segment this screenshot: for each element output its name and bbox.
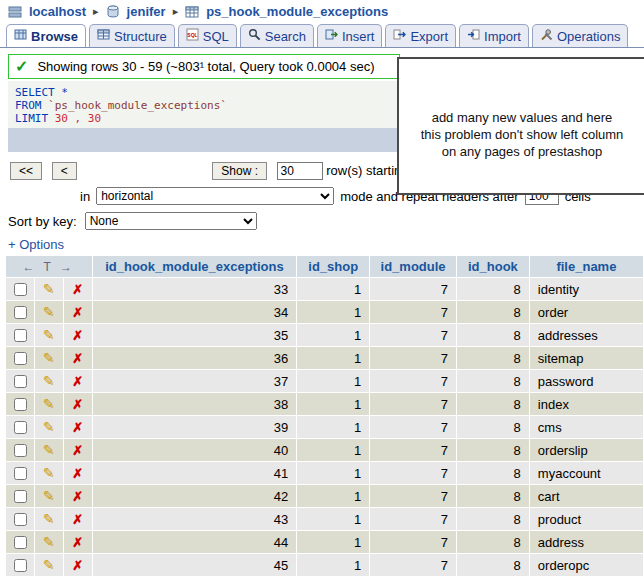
delete-x-icon[interactable]: ✗	[72, 305, 83, 320]
column-header-id-module[interactable]: id_module	[370, 256, 456, 277]
cell-id-shop: 1	[297, 462, 369, 484]
cell-id-hook-module-exceptions: 36	[93, 347, 297, 369]
cell-id-shop: 1	[297, 485, 369, 507]
display-mode-select[interactable]: horizontal	[96, 187, 334, 205]
delete-x-icon[interactable]: ✗	[72, 351, 83, 366]
sort-key-select[interactable]: None	[85, 212, 257, 230]
column-header-id-hook-module-exceptions[interactable]: id_hook_module_exceptions	[93, 256, 297, 277]
first-page-button[interactable]: <<	[10, 162, 42, 180]
row-actions-header[interactable]: ← T →	[6, 256, 92, 277]
row-edit-cell: ✎	[35, 278, 63, 300]
delete-x-icon[interactable]: ✗	[72, 535, 83, 550]
row-checkbox[interactable]	[14, 329, 27, 342]
cell-id-hook: 8	[457, 324, 529, 346]
cell-id-hook-module-exceptions: 41	[93, 462, 297, 484]
edit-pencil-icon[interactable]: ✎	[43, 465, 55, 481]
tab-label: Export	[410, 29, 448, 44]
cell-file-name: order	[530, 301, 643, 323]
tab-operations[interactable]: Operations	[532, 24, 629, 47]
cell-id-hook: 8	[457, 393, 529, 415]
sql-line-limit: LIMIT 30 , 30	[15, 112, 393, 125]
row-checkbox[interactable]	[14, 283, 27, 296]
show-button[interactable]: Show :	[212, 162, 267, 180]
edit-pencil-icon[interactable]: ✎	[43, 557, 55, 573]
delete-x-icon[interactable]: ✗	[72, 397, 83, 412]
cell-id-hook: 8	[457, 347, 529, 369]
row-select-cell	[6, 462, 34, 484]
edit-pencil-icon[interactable]: ✎	[43, 350, 55, 366]
tab-label: Structure	[114, 29, 167, 44]
row-checkbox[interactable]	[14, 375, 27, 388]
delete-x-icon[interactable]: ✗	[72, 489, 83, 504]
edit-pencil-icon[interactable]: ✎	[43, 327, 55, 343]
column-header-file-name[interactable]: file_name	[530, 256, 643, 277]
breadcrumb: localhost ▸ jenifer ▸ ps_hook_module_exc…	[0, 0, 644, 23]
insert-icon	[325, 28, 338, 44]
delete-x-icon[interactable]: ✗	[72, 420, 83, 435]
show-rows-input[interactable]	[277, 162, 323, 180]
tab-search[interactable]: Search	[240, 24, 314, 47]
tab-structure[interactable]: Structure	[89, 24, 175, 47]
tab-import[interactable]: Import	[459, 24, 529, 47]
tab-export[interactable]: Export	[385, 24, 456, 47]
row-select-cell	[6, 393, 34, 415]
column-header-id-shop[interactable]: id_shop	[297, 256, 369, 277]
tab-label: Import	[484, 29, 521, 44]
cell-id-hook: 8	[457, 485, 529, 507]
cell-id-shop: 1	[297, 508, 369, 530]
tab-label: Browse	[31, 29, 78, 44]
delete-x-icon[interactable]: ✗	[72, 282, 83, 297]
edit-pencil-icon[interactable]: ✎	[43, 419, 55, 435]
annotation-overlay: add many new values and here this proble…	[397, 57, 644, 195]
cell-file-name: orderslip	[530, 439, 643, 461]
cell-file-name: identity	[530, 278, 643, 300]
tab-insert[interactable]: Insert	[317, 24, 383, 47]
row-checkbox[interactable]	[14, 490, 27, 503]
edit-pencil-icon[interactable]: ✎	[43, 488, 55, 504]
tab-browse[interactable]: Browse	[6, 24, 86, 47]
tab-sql[interactable]: SQL SQL	[178, 24, 237, 47]
cell-id-module: 7	[370, 508, 456, 530]
cell-file-name: product	[530, 508, 643, 530]
sql-limit-values: 30 , 30	[48, 112, 101, 125]
row-checkbox[interactable]	[14, 352, 27, 365]
edit-pencil-icon[interactable]: ✎	[43, 534, 55, 550]
breadcrumb-table-link[interactable]: ps_hook_module_exceptions	[206, 4, 388, 19]
breadcrumb-database-link[interactable]: jenifer	[127, 4, 166, 19]
row-checkbox[interactable]	[14, 559, 27, 572]
row-checkbox[interactable]	[14, 306, 27, 319]
row-checkbox[interactable]	[14, 444, 27, 457]
cell-id-module: 7	[370, 393, 456, 415]
cell-id-hook-module-exceptions: 34	[93, 301, 297, 323]
delete-x-icon[interactable]: ✗	[72, 466, 83, 481]
row-delete-cell: ✗	[64, 508, 92, 530]
options-toggle-link[interactable]: + Options	[8, 237, 644, 252]
column-header-id-hook[interactable]: id_hook	[457, 256, 529, 277]
row-checkbox[interactable]	[14, 513, 27, 526]
results-table: ← T → id_hook_module_exceptions id_shop …	[5, 255, 644, 577]
row-select-cell	[6, 439, 34, 461]
row-checkbox[interactable]	[14, 398, 27, 411]
edit-pencil-icon[interactable]: ✎	[43, 442, 55, 458]
row-checkbox[interactable]	[14, 467, 27, 480]
delete-x-icon[interactable]: ✗	[72, 328, 83, 343]
delete-x-icon[interactable]: ✗	[72, 512, 83, 527]
table-row: ✎✗39178cms	[6, 416, 643, 438]
row-edit-cell: ✎	[35, 416, 63, 438]
edit-pencil-icon[interactable]: ✎	[43, 511, 55, 527]
sort-by-key-row: Sort by key: None	[8, 212, 644, 230]
edit-pencil-icon[interactable]: ✎	[43, 281, 55, 297]
delete-x-icon[interactable]: ✗	[72, 558, 83, 573]
prev-page-button[interactable]: <	[52, 162, 77, 180]
row-checkbox[interactable]	[14, 421, 27, 434]
breadcrumb-server-link[interactable]: localhost	[29, 4, 86, 19]
cell-file-name: sitemap	[530, 347, 643, 369]
row-select-cell	[6, 531, 34, 553]
delete-x-icon[interactable]: ✗	[72, 443, 83, 458]
in-label: in	[80, 189, 90, 204]
edit-pencil-icon[interactable]: ✎	[43, 304, 55, 320]
delete-x-icon[interactable]: ✗	[72, 374, 83, 389]
row-checkbox[interactable]	[14, 536, 27, 549]
edit-pencil-icon[interactable]: ✎	[43, 396, 55, 412]
edit-pencil-icon[interactable]: ✎	[43, 373, 55, 389]
